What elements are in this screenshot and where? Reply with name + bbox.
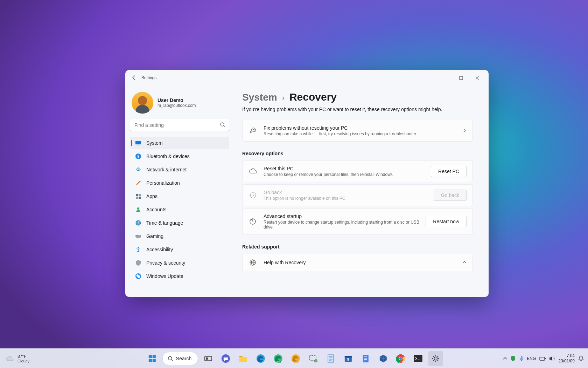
taskbar-app-explorer[interactable]	[236, 351, 251, 366]
maximize-button[interactable]	[453, 71, 469, 85]
svg-rect-7	[136, 197, 138, 199]
go-back-card: Go back This option is no longer availab…	[242, 184, 472, 206]
minimize-button[interactable]	[437, 71, 453, 85]
sidebar-item-apps[interactable]: Apps	[130, 190, 229, 203]
svg-text:9: 9	[347, 357, 349, 361]
task-view-icon	[204, 355, 212, 362]
nav-list: System Bluetooth & devices Network & int…	[130, 137, 229, 282]
tray-volume-icon[interactable]	[549, 356, 555, 361]
profile-block[interactable]: User Demo m_lab@outlook.com	[132, 92, 227, 114]
taskbar-app-docs[interactable]	[358, 351, 373, 366]
sidebar-item-label: Apps	[146, 193, 158, 199]
tray-language[interactable]: ENG	[527, 356, 536, 361]
taskbar-app-chrome[interactable]	[393, 351, 408, 366]
taskbar-app-edge-canary[interactable]: CAN	[288, 351, 303, 366]
edge-canary-icon: CAN	[291, 354, 300, 363]
sidebar-item-label: Privacy & security	[146, 260, 185, 266]
tray-network-icon[interactable]	[539, 356, 546, 361]
sidebar-item-label: Gaming	[146, 233, 163, 239]
search-icon[interactable]	[220, 122, 225, 128]
arrow-left-icon	[131, 75, 137, 81]
svg-rect-2	[135, 141, 141, 144]
page-title: Recovery	[289, 91, 337, 103]
sidebar-item-bluetooth[interactable]: Bluetooth & devices	[130, 150, 229, 163]
taskbar-center: Search BETA CAN 9	[145, 351, 443, 366]
accessibility-icon	[135, 246, 141, 253]
shield-icon	[135, 260, 141, 266]
chevron-up-icon	[503, 356, 507, 361]
svg-rect-0	[460, 76, 463, 80]
profile-name: User Demo	[158, 97, 196, 103]
close-button[interactable]	[469, 71, 485, 85]
sidebar-item-time[interactable]: Time & language	[130, 217, 229, 229]
taskbar-app-notepad[interactable]	[323, 351, 338, 366]
settings-window: Settings User Demo m_lab@outlook.com	[125, 70, 489, 297]
sidebar-item-label: System	[146, 140, 163, 146]
svg-point-25	[168, 356, 172, 360]
taskbar-clock[interactable]: 7:04 23/01/09	[558, 353, 575, 364]
taskbar-app-chat[interactable]	[218, 351, 233, 366]
tray-overflow-button[interactable]	[503, 356, 507, 361]
search-input-wrap	[130, 119, 229, 131]
svg-rect-27	[206, 357, 208, 360]
search-input[interactable]	[130, 119, 229, 131]
sidebar-item-gaming[interactable]: Gaming	[130, 230, 229, 243]
help-recovery-card[interactable]: Help with Recovery	[242, 254, 472, 271]
sidebar-item-accounts[interactable]: Accounts	[130, 203, 229, 216]
taskbar-app-edge-beta[interactable]: BETA	[271, 351, 286, 366]
taskbar-app-vbox[interactable]	[376, 351, 391, 366]
breadcrumb: System › Recovery	[242, 91, 472, 103]
svg-rect-6	[139, 194, 141, 196]
taskbar-app-snip[interactable]	[306, 351, 321, 366]
apps-icon	[135, 193, 141, 199]
power-reset-icon	[248, 218, 257, 225]
sidebar-item-system[interactable]: System	[130, 137, 229, 149]
taskbar-app-calendar[interactable]: 9	[341, 351, 356, 366]
card-title: Reset this PC	[264, 166, 425, 171]
taskbar-app-terminal[interactable]	[411, 351, 426, 366]
maximize-icon	[459, 76, 463, 80]
card-subtitle: Resetting can take a while — first, try …	[264, 131, 456, 136]
card-subtitle: Restart your device to change startup se…	[264, 220, 419, 230]
chevron-right-icon	[462, 129, 467, 133]
sidebar-item-update[interactable]: Windows Update	[130, 270, 229, 282]
start-button[interactable]	[145, 351, 160, 366]
svg-text:CAN: CAN	[294, 361, 298, 363]
weather-widget[interactable]: 37°F Cloudy	[0, 354, 29, 363]
clock-date: 23/01/09	[558, 359, 575, 364]
taskbar-app-edge[interactable]	[253, 351, 268, 366]
reset-pc-button[interactable]: Reset PC	[431, 166, 467, 177]
sidebar-item-network[interactable]: Network & internet	[130, 163, 229, 176]
breadcrumb-parent[interactable]: System	[242, 92, 277, 103]
task-view-button[interactable]	[201, 351, 216, 366]
wrench-icon	[248, 127, 257, 135]
system-tray: ENG 7:04 23/01/09	[503, 353, 588, 364]
chrome-icon	[396, 354, 405, 363]
svg-point-1	[220, 123, 224, 126]
card-title: Go back	[264, 190, 427, 195]
taskbar-search[interactable]: Search	[162, 352, 198, 365]
tray-notifications-icon[interactable]	[578, 356, 584, 361]
sidebar-item-personalization[interactable]: Personalization	[130, 177, 229, 189]
tray-bluetooth-icon[interactable]	[519, 356, 523, 361]
chevron-right-icon: ›	[282, 94, 285, 103]
main-content: System › Recovery If you're having probl…	[234, 86, 489, 297]
sidebar-item-accessibility[interactable]: Accessibility	[130, 243, 229, 256]
svg-point-45	[399, 357, 402, 360]
chat-icon	[221, 354, 230, 363]
titlebar: Settings	[125, 70, 489, 86]
window-title: Settings	[141, 75, 156, 80]
chevron-up-icon	[462, 260, 467, 265]
search-icon	[168, 356, 173, 361]
tray-security-icon[interactable]	[511, 356, 516, 361]
docs-icon	[362, 354, 369, 363]
svg-point-15	[138, 247, 139, 248]
back-button[interactable]	[129, 73, 139, 83]
cloud-reset-icon	[248, 168, 257, 175]
restart-now-button[interactable]: Restart now	[426, 216, 467, 227]
sidebar-item-privacy[interactable]: Privacy & security	[130, 257, 229, 269]
svg-rect-3	[137, 145, 139, 145]
taskbar-app-settings[interactable]	[428, 351, 443, 366]
fix-problems-card[interactable]: Fix problems without resetting your PC R…	[242, 120, 472, 142]
search-label: Search	[176, 356, 191, 361]
